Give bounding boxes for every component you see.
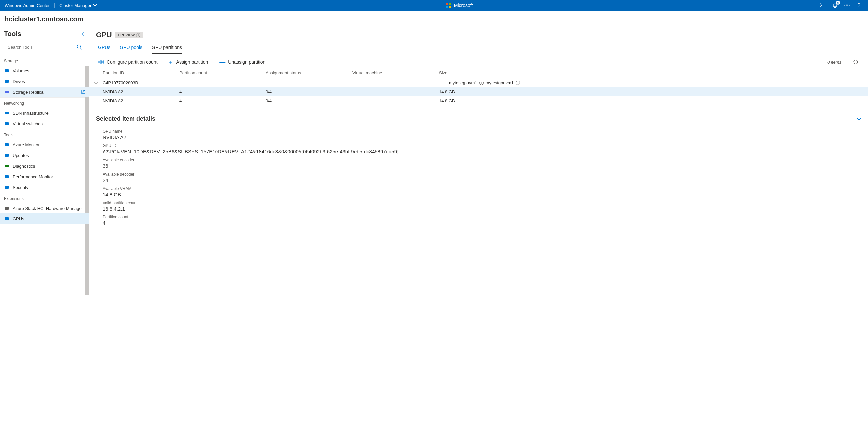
tab[interactable]: GPU partitions <box>152 44 182 54</box>
col-size[interactable]: Size <box>439 70 865 75</box>
sidebar-group-label: Extensions <box>0 192 89 203</box>
sidebar-item-label: Azure Stack HCI Hardware Manager <box>13 206 83 211</box>
sidebar-item[interactable]: Volumes <box>0 65 89 76</box>
svg-point-0 <box>846 5 848 6</box>
group-vm-cell: mytestgpuvm1i mytestgpuvm1i <box>359 80 865 85</box>
col-assignment-status[interactable]: Assignment status <box>266 70 352 75</box>
tab[interactable]: GPUs <box>98 44 110 54</box>
cell-name: NVIDIA A2 <box>102 89 179 94</box>
sidebar-item[interactable]: Performance Monitor <box>0 171 89 182</box>
details-body: GPU name NVIDIA A2 GPU ID \\?\PCI#VEN_10… <box>89 126 868 239</box>
nav-item-icon <box>4 174 9 179</box>
configure-partition-count-button[interactable]: Configure partition count <box>96 58 159 66</box>
search-tools-input[interactable] <box>4 44 74 50</box>
external-link-icon <box>81 90 86 94</box>
table-group-row[interactable]: C4P1077002803B mytestgpuvm1i mytestgpuvm… <box>89 78 868 87</box>
assign-partition-button[interactable]: ＋ Assign partition <box>165 58 210 66</box>
svg-rect-7 <box>5 143 9 146</box>
sidebar-group-label: Networking <box>0 97 89 108</box>
context-dropdown[interactable]: Cluster Manager <box>55 3 101 8</box>
sidebar-item-label: Azure Monitor <box>13 142 40 147</box>
detail-label: Available decoder <box>102 172 855 177</box>
cell-status: 0/4 <box>266 89 352 94</box>
detail-value: \\?\PCI#VEN_10DE&DEV_25B6&SUBSYS_157E10D… <box>102 149 855 154</box>
sidebar-scroll[interactable]: StorageVolumesDrivesStorage ReplicaNetwo… <box>0 55 89 424</box>
info-icon: i <box>479 81 484 85</box>
header-right: 5 ? <box>817 0 868 11</box>
group-id: C4P1077002803B <box>102 80 356 85</box>
nav-item-icon <box>4 153 9 158</box>
unassign-partition-button[interactable]: — Unassign partition <box>216 58 269 66</box>
sidebar: Tools StorageVolumesDrivesStorage Replic… <box>0 26 89 424</box>
svg-rect-4 <box>5 91 9 93</box>
sidebar-item[interactable]: Virtual switches <box>0 118 89 129</box>
sidebar-group-label: Tools <box>0 129 89 139</box>
detail-value: NVIDIA A2 <box>102 134 855 140</box>
nav-item-icon <box>4 110 9 116</box>
sidebar-item-label: Volumes <box>13 68 29 73</box>
collapse-sidebar-icon[interactable] <box>82 32 85 36</box>
sidebar-item[interactable]: Azure Stack HCI Hardware Manager <box>0 203 89 213</box>
brand-link[interactable]: Windows Admin Center <box>0 3 55 8</box>
svg-rect-3 <box>5 80 9 83</box>
header-center: Microsoft <box>101 3 817 8</box>
configure-icon <box>98 60 104 64</box>
detail-label: GPU ID <box>102 143 855 148</box>
detail-value: 36 <box>102 163 855 169</box>
svg-point-1 <box>77 45 81 48</box>
chevron-down-icon[interactable] <box>93 82 99 84</box>
tools-heading: Tools <box>4 30 21 38</box>
table-header-row: Partition ID Partition count Assignment … <box>89 70 868 78</box>
cell-count: 4 <box>179 98 266 103</box>
sidebar-item-label: SDN Infrastructure <box>13 111 49 116</box>
col-virtual-machine[interactable]: Virtual machine <box>352 70 439 75</box>
sidebar-item[interactable]: Storage Replica <box>0 87 89 97</box>
detail-value: 16,8,4,2,1 <box>102 206 855 212</box>
cloud-shell-icon[interactable] <box>817 0 829 11</box>
sidebar-item[interactable]: Security <box>0 182 89 192</box>
search-tools-container <box>4 42 85 52</box>
chevron-down-icon <box>93 4 97 6</box>
cell-size: 14.8 GB <box>439 89 865 94</box>
cell-name: NVIDIA A2 <box>102 98 179 103</box>
details-collapse-icon[interactable] <box>857 118 861 120</box>
help-icon[interactable]: ? <box>854 0 865 11</box>
table-row[interactable]: NVIDIA A240/414.8 GB <box>89 96 868 105</box>
nav-item-icon <box>4 184 9 190</box>
col-partition-id[interactable]: Partition ID <box>102 70 179 75</box>
item-count-label: 0 items <box>827 60 841 65</box>
preview-badge: PREVIEW i <box>115 32 143 38</box>
svg-rect-5 <box>5 112 9 114</box>
sidebar-item-label: Performance Monitor <box>13 174 53 179</box>
search-icon[interactable] <box>74 44 85 50</box>
table-row[interactable]: NVIDIA A240/414.8 GB <box>89 87 868 96</box>
settings-icon[interactable] <box>841 0 853 11</box>
tab[interactable]: GPU pools <box>120 44 142 54</box>
sidebar-item[interactable]: Azure Monitor <box>0 139 89 150</box>
sidebar-item-label: Updates <box>13 153 29 158</box>
nav-item-icon <box>4 142 9 147</box>
svg-rect-2 <box>5 69 9 72</box>
nav-item-icon <box>4 79 9 84</box>
svg-rect-14 <box>98 60 100 62</box>
sidebar-item[interactable]: GPUs <box>0 213 89 224</box>
info-icon: i <box>136 33 140 37</box>
svg-rect-16 <box>98 62 100 64</box>
refresh-icon[interactable] <box>850 58 861 66</box>
svg-rect-17 <box>101 62 103 64</box>
detail-label: GPU name <box>102 129 855 133</box>
sidebar-item-label: Virtual switches <box>13 121 43 126</box>
col-partition-count[interactable]: Partition count <box>179 70 266 75</box>
sidebar-item[interactable]: Diagnostics <box>0 160 89 171</box>
detail-value: 14.8 GB <box>102 191 855 197</box>
sidebar-item[interactable]: SDN Infrastructure <box>0 108 89 118</box>
sidebar-item[interactable]: Drives <box>0 76 89 87</box>
sidebar-item[interactable]: Updates <box>0 150 89 160</box>
page-title: GPU <box>96 31 112 39</box>
tab-strip: GPUsGPU poolsGPU partitions <box>89 41 868 54</box>
svg-rect-10 <box>5 175 9 178</box>
main-layout: Tools StorageVolumesDrivesStorage Replic… <box>0 26 868 424</box>
notifications-icon[interactable]: 5 <box>829 0 841 11</box>
sidebar-item-label: Drives <box>13 79 25 84</box>
sidebar-group-label: Storage <box>0 55 89 65</box>
